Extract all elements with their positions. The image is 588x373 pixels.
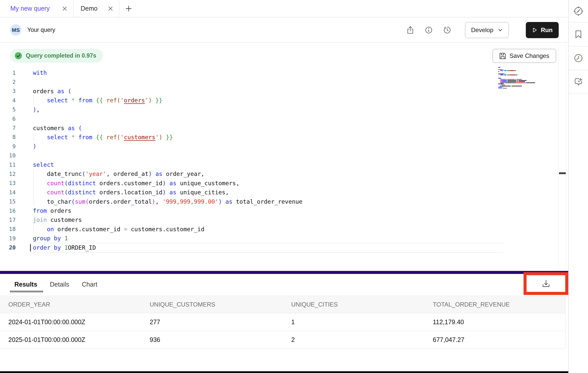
results-table: ORDER_YEAR UNIQUE_CUSTOMERS UNIQUE_CITIE… <box>0 296 566 349</box>
line-number: 8 <box>0 134 16 140</box>
page-title: Your query <box>27 27 55 33</box>
query-header: MS Your query <box>0 18 568 42</box>
line-number: 17 <box>0 217 16 223</box>
code-lines[interactable]: 1with23orders as (4 select * from {{ ref… <box>0 68 556 252</box>
line-number: 4 <box>0 97 16 104</box>
line-number: 16 <box>0 208 16 214</box>
table-cell: 277 <box>141 318 283 326</box>
right-icon-sidebar <box>568 0 588 373</box>
code-text: ) <box>16 143 36 150</box>
tab-my-new-query[interactable]: My new query <box>0 0 74 17</box>
develop-label: Develop <box>471 27 493 34</box>
line-number: 9 <box>0 143 16 150</box>
code-line[interactable]: 3orders as ( <box>0 87 556 96</box>
code-text: select <box>16 161 54 168</box>
line-number: 7 <box>0 125 16 131</box>
close-icon[interactable] <box>108 6 113 11</box>
table-body: 2024-01-01T00:00:00.000Z2771112,179.4020… <box>0 313 565 349</box>
code-line[interactable]: 7customers as ( <box>0 123 556 132</box>
dbt-query-editor-window: My new query Demo MS Your query <box>0 0 588 373</box>
line-number: 12 <box>0 171 16 177</box>
code-text: customers as ( <box>16 125 82 131</box>
code-line[interactable]: 6 <box>0 114 556 123</box>
share-icon <box>406 26 414 34</box>
share-button[interactable] <box>406 26 415 34</box>
screen-bottom-edge <box>0 371 588 373</box>
table-row: 2024-01-01T00:00:00.000Z2771112,179.40 <box>0 313 565 331</box>
tab-demo[interactable]: Demo <box>74 0 119 17</box>
table-cell: 112,179.40 <box>424 318 566 326</box>
tab-chart[interactable]: Chart <box>82 281 97 288</box>
new-tab-button[interactable] <box>125 0 132 17</box>
history-button[interactable] <box>443 26 451 34</box>
tab-results[interactable]: Results <box>14 281 37 288</box>
line-number: 14 <box>0 189 16 196</box>
code-line[interactable]: 8 select * from {{ ref('customers') }} <box>0 133 556 142</box>
download-results-button[interactable] <box>541 279 551 288</box>
sidebar-item-explore[interactable] <box>569 0 588 22</box>
code-text: select * from {{ ref('orders') }} <box>16 97 162 104</box>
column-header: ORDER_YEAR <box>0 301 141 308</box>
info-button[interactable] <box>424 26 433 34</box>
code-line[interactable]: 12 date_trunc('year', ordered_at) as ord… <box>0 169 556 178</box>
download-icon <box>541 279 551 288</box>
code-line[interactable]: 16from orders <box>0 206 556 215</box>
table-cell: 2025-01-01T00:00:00.000Z <box>0 336 141 343</box>
active-tab-indicator <box>10 291 43 292</box>
code-line[interactable]: 18 on orders.customer_id = customers.cus… <box>0 225 556 234</box>
main-area: My new query Demo MS Your query <box>0 0 568 373</box>
scrollbar-thumb[interactable] <box>559 172 566 174</box>
table-cell: 2024-01-01T00:00:00.000Z <box>0 318 141 326</box>
code-line[interactable]: 13 count(distinct orders.customer_id) as… <box>0 179 556 188</box>
sidebar-item-bookmarks[interactable] <box>569 22 588 46</box>
plus-icon <box>125 5 132 12</box>
develop-dropdown[interactable]: Develop <box>465 22 509 38</box>
code-text: date_trunc('year', ordered_at) as order_… <box>16 171 205 177</box>
close-icon[interactable] <box>62 6 67 11</box>
success-check-icon <box>14 52 22 60</box>
code-text: order by 1ORDER_ID <box>16 244 96 251</box>
line-number: 19 <box>0 235 16 242</box>
code-line[interactable]: 10 <box>0 151 556 160</box>
line-number: 6 <box>0 116 16 122</box>
save-floppy-icon <box>499 53 506 59</box>
column-header: TOTAL_ORDER_REVENUE <box>424 301 566 308</box>
code-text: on orders.customer_id = customers.custom… <box>16 226 205 232</box>
line-number: 15 <box>0 198 16 205</box>
editor-minimap[interactable] <box>498 67 542 90</box>
code-line[interactable]: 15 to_char(sum(orders.order_total), '999… <box>0 197 556 206</box>
line-number: 1 <box>0 70 16 76</box>
code-line[interactable]: 5), <box>0 105 556 114</box>
table-cell: 1 <box>283 318 424 326</box>
code-text: group by 1 <box>16 235 68 242</box>
table-cell: 2 <box>283 336 424 343</box>
code-line[interactable]: 17join customers <box>0 215 556 224</box>
line-number: 3 <box>0 88 16 94</box>
code-text: count(distinct orders.customer_id) as un… <box>16 180 239 186</box>
code-line[interactable]: 9) <box>0 142 556 151</box>
code-line[interactable]: 14 count(distinct orders.location_id) as… <box>0 188 556 197</box>
tab-label: My new query <box>10 5 50 12</box>
column-header: UNIQUE_CITIES <box>283 301 424 308</box>
sidebar-item-history[interactable] <box>569 46 588 70</box>
panel-divider[interactable] <box>0 271 568 274</box>
code-line[interactable]: 20order by 1ORDER_ID <box>0 243 556 252</box>
save-changes-button[interactable]: Save Changes <box>492 49 556 63</box>
code-text: from orders <box>16 207 71 214</box>
sidebar-item-ai-assistant[interactable] <box>569 70 588 94</box>
table-cell: 677,047.27 <box>424 336 566 343</box>
code-line[interactable]: 2 <box>0 77 556 86</box>
column-header: UNIQUE_CUSTOMERS <box>141 301 283 308</box>
annotation-highlight <box>524 272 568 295</box>
line-number: 13 <box>0 180 16 186</box>
ai-chat-sparkle-icon <box>573 76 584 88</box>
code-line[interactable]: 1with <box>0 68 556 77</box>
chevron-down-icon <box>498 28 503 32</box>
save-changes-label: Save Changes <box>509 52 549 59</box>
sql-editor[interactable]: Query completed in 0.97s Save Changes 1w… <box>0 42 568 271</box>
tab-details[interactable]: Details <box>50 281 69 288</box>
code-line[interactable]: 11select <box>0 160 556 169</box>
code-line[interactable]: 19group by 1 <box>0 234 556 243</box>
run-button[interactable]: Run <box>526 22 559 38</box>
code-line[interactable]: 4 select * from {{ ref('orders') }} <box>0 96 556 105</box>
